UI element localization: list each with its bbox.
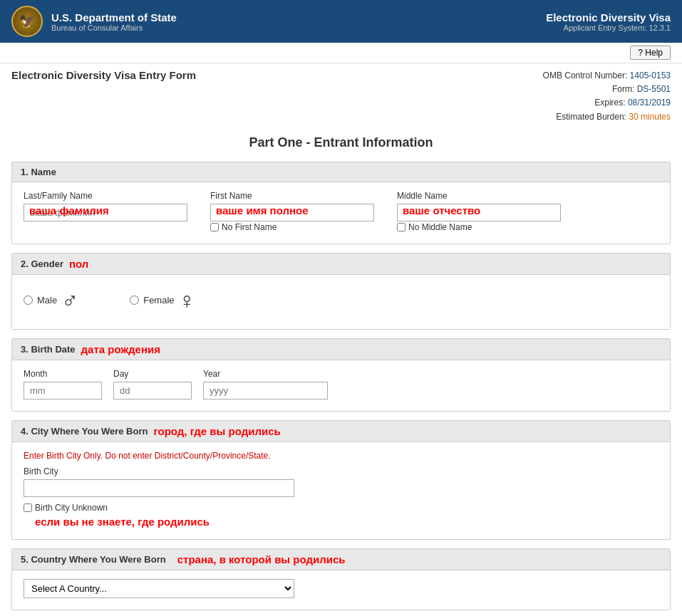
day-group: Day <box>113 369 192 400</box>
last-name-input[interactable] <box>24 204 187 221</box>
country-select-wrap: Select A Country... <box>24 579 658 598</box>
omb-number: 1405-0153 <box>630 71 671 80</box>
year-input[interactable] <box>203 382 328 400</box>
section-birthdate-title: 3. Birth Date <box>21 344 76 355</box>
male-figure-icon: ♂ <box>61 289 78 312</box>
month-label: Month <box>24 369 102 379</box>
birth-date-row: Month Day Year <box>24 369 658 400</box>
section-birthcity-body: Enter Birth City Only. Do not enter Dist… <box>12 442 670 539</box>
no-middle-name-row: No Middle Name <box>397 222 561 232</box>
section-name-body: Last/Family Name ваша фамилия First Name… <box>12 182 670 244</box>
gender-male-label: Male <box>37 295 57 306</box>
section-name: 1. Name Last/Family Name ваша фамилия Fi… <box>11 162 671 244</box>
gender-male-option[interactable]: Male ♂ <box>24 289 78 312</box>
expires: Expires: 08/31/2019 <box>543 96 671 110</box>
section-birthcity-title: 4. City Where You Were Born <box>21 426 148 437</box>
first-name-label: First Name <box>210 191 374 201</box>
birth-city-unknown-row: Birth City Unknown <box>24 503 658 513</box>
section-name-title: 1. Name <box>21 167 56 177</box>
day-label: Day <box>113 369 192 379</box>
birthdate-annotation: дата рождения <box>81 343 160 355</box>
help-button[interactable]: ? Help <box>630 46 671 60</box>
middle-name-label: Middle Name <box>397 191 561 201</box>
middle-name-group: Middle Name ваше отчество No Middle Name <box>397 191 561 232</box>
middle-name-input[interactable] <box>397 204 561 221</box>
country-select[interactable]: Select A Country... <box>24 579 294 598</box>
month-group: Month <box>24 369 102 400</box>
form-title: Electronic Diversity Visa Entry Form <box>11 69 196 81</box>
section-birthdate-header: 3. Birth Date дата рождения <box>12 339 670 360</box>
org-name: U.S. Department of State <box>51 11 177 24</box>
no-first-name-row: No First Name <box>210 222 374 232</box>
last-name-group: Last/Family Name ваша фамилия <box>24 191 187 216</box>
birth-city-group: Birth City <box>24 466 658 497</box>
us-seal-icon: 🦅 <box>11 6 43 37</box>
female-figure-icon: ♀ <box>179 289 196 312</box>
section-birthcountry-body: Select A Country... <box>12 570 670 610</box>
gender-female-radio[interactable] <box>130 296 139 305</box>
day-input[interactable] <box>113 382 192 400</box>
section-birthcity-header: 4. City Where You Were Born город, где в… <box>12 421 670 442</box>
header-left: 🦅 U.S. Department of State Bureau of Con… <box>11 6 177 37</box>
year-group: Year <box>203 369 328 400</box>
header-org: U.S. Department of State Bureau of Consu… <box>51 11 177 32</box>
section-gender-body: Male ♂ Female ♀ <box>12 275 670 329</box>
burden: Estimated Burden: 30 minutes <box>543 110 671 124</box>
section-birthdate: 3. Birth Date дата рождения Month Day Ye… <box>11 338 671 412</box>
section-gender-title: 2. Gender <box>21 259 63 269</box>
help-bar: ? Help <box>0 43 682 63</box>
birthcountry-annotation: страна, в которой вы родились <box>177 553 346 565</box>
section-gender: 2. Gender пол Male ♂ Female ♀ <box>11 253 671 330</box>
no-first-name-label[interactable]: No First Name <box>222 222 277 232</box>
omb-info: OMB Control Number: 1405-0153 Form: DS-5… <box>543 69 671 124</box>
gender-female-option[interactable]: Female ♀ <box>130 289 195 312</box>
birth-city-unknown-annotation: если вы не знаете, где родились <box>35 516 210 528</box>
section-birthcountry-title: 5. Country Where You Were Born <box>21 554 166 565</box>
birth-city-input[interactable] <box>24 479 294 497</box>
section-birthcountry-header: 5. Country Where You Were Born страна, в… <box>12 549 670 570</box>
gender-female-label: Female <box>143 295 174 306</box>
year-label: Year <box>203 369 328 379</box>
app-title: Electronic Diversity Visa <box>546 11 671 24</box>
birthcity-annotation: город, где вы родились <box>153 425 280 437</box>
gender-male-radio[interactable] <box>24 296 33 305</box>
section-birthcountry: 5. Country Where You Were Born страна, в… <box>11 548 671 610</box>
birth-city-note: Enter Birth City Only. Do not enter Dist… <box>24 451 658 461</box>
birth-city-label: Birth City <box>24 466 658 476</box>
birth-city-unknown-checkbox[interactable] <box>24 503 32 512</box>
no-middle-name-label[interactable]: No Middle Name <box>408 222 472 232</box>
form-number: Form: DS-5501 <box>543 83 671 96</box>
page-header: 🦅 U.S. Department of State Bureau of Con… <box>0 0 682 43</box>
org-sub: Bureau of Consular Affairs <box>51 24 177 32</box>
name-fields-row: Last/Family Name ваша фамилия First Name… <box>24 191 658 232</box>
gender-annotation: пол <box>69 258 88 270</box>
first-name-group: First Name ваше имя полное No First Name <box>210 191 374 232</box>
gender-options: Male ♂ Female ♀ <box>24 283 658 318</box>
part-heading: Part One - Entrant Information <box>0 127 682 162</box>
first-name-input[interactable] <box>210 204 374 221</box>
top-info: Electronic Diversity Visa Entry Form OMB… <box>0 63 682 127</box>
omb-control: OMB Control Number: 1405-0153 <box>543 69 671 83</box>
app-subtitle: Applicant Entry System: 12.3.1 <box>546 24 671 32</box>
section-birthdate-body: Month Day Year <box>12 360 670 411</box>
header-right: Electronic Diversity Visa Applicant Entr… <box>546 11 671 32</box>
no-middle-name-checkbox[interactable] <box>397 223 405 231</box>
section-name-header: 1. Name <box>12 162 670 182</box>
last-name-label: Last/Family Name <box>24 191 187 201</box>
section-birthcity: 4. City Where You Were Born город, где в… <box>11 420 671 540</box>
birth-city-unknown-label[interactable]: Birth City Unknown <box>35 503 108 513</box>
section-gender-header: 2. Gender пол <box>12 254 670 275</box>
no-first-name-checkbox[interactable] <box>210 223 219 231</box>
month-input[interactable] <box>24 382 102 400</box>
